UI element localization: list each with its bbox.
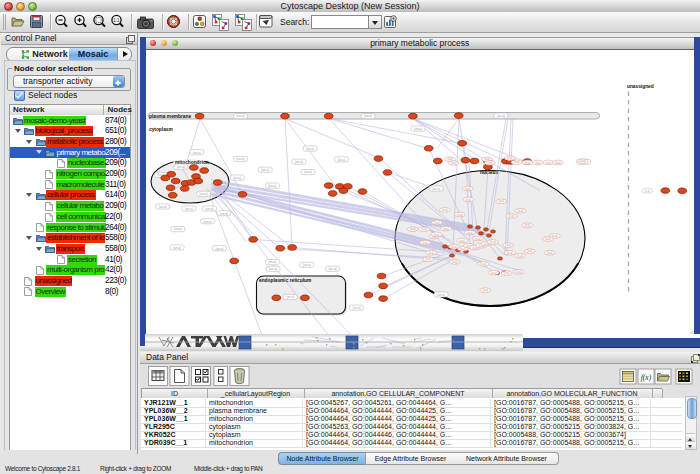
- svg-text:(x-a): (x-a): [467, 230, 472, 234]
- svg-text:(x-a): (x-a): [507, 156, 512, 160]
- svg-text:(x-a): (x-a): [428, 250, 433, 254]
- svg-text:(x-a): (x-a): [555, 160, 560, 164]
- svg-text:(un-a): (un-a): [233, 175, 241, 179]
- svg-text:(x-a): (x-a): [466, 197, 471, 201]
- svg-text:(x-a): (x-a): [547, 250, 552, 254]
- svg-text:(un-a): (un-a): [236, 157, 244, 161]
- svg-text:(un-a): (un-a): [173, 245, 181, 249]
- svg-text:(un-a): (un-a): [236, 114, 244, 118]
- svg-text:(x-a): (x-a): [552, 234, 557, 238]
- svg-text:mitochondrion: mitochondrion: [175, 159, 209, 164]
- svg-text:(x-a): (x-a): [525, 160, 530, 164]
- svg-text:(un-a): (un-a): [329, 267, 337, 271]
- svg-text:(x-a): (x-a): [465, 186, 470, 190]
- svg-text:(un-a): (un-a): [199, 192, 207, 196]
- svg-text:(un-a): (un-a): [295, 160, 303, 164]
- svg-text:(un-a): (un-a): [286, 295, 294, 299]
- svg-text:(x-a): (x-a): [442, 208, 447, 212]
- svg-text:plasma membrane: plasma membrane: [149, 113, 191, 118]
- svg-text:(x-a): (x-a): [434, 232, 439, 236]
- svg-text:(un-a): (un-a): [261, 168, 269, 172]
- svg-text:(x-a): (x-a): [452, 260, 457, 264]
- svg-text:(x-a): (x-a): [517, 253, 522, 257]
- svg-text:(un-a): (un-a): [159, 204, 167, 208]
- svg-text:(x-a): (x-a): [580, 159, 585, 163]
- svg-text:(un-a): (un-a): [205, 206, 213, 210]
- svg-text:nucleus: nucleus: [480, 170, 498, 175]
- svg-text:(x-a): (x-a): [434, 220, 439, 224]
- svg-text:(un-a): (un-a): [193, 150, 201, 154]
- svg-text:(x-a): (x-a): [516, 269, 521, 273]
- svg-text:(x-a): (x-a): [443, 226, 448, 230]
- svg-text:(x-a): (x-a): [518, 208, 523, 212]
- svg-text:(x-a): (x-a): [487, 160, 492, 164]
- svg-text:(x-a): (x-a): [546, 160, 551, 164]
- svg-text:(x-a): (x-a): [499, 199, 504, 203]
- svg-text:(x-a): (x-a): [509, 214, 514, 218]
- svg-text:(x-a): (x-a): [451, 244, 456, 248]
- svg-text:(un-a): (un-a): [174, 227, 182, 231]
- svg-text:(x-a): (x-a): [483, 288, 488, 292]
- svg-text:(x-a): (x-a): [507, 250, 512, 254]
- svg-text:(x-a): (x-a): [504, 271, 509, 275]
- svg-text:(un-a): (un-a): [204, 219, 212, 223]
- svg-text:(un-a): (un-a): [268, 183, 276, 187]
- svg-text:(x-a): (x-a): [421, 227, 426, 231]
- svg-text:(x-a): (x-a): [459, 238, 464, 242]
- svg-text:(x-a): (x-a): [527, 249, 532, 253]
- svg-text:(un-a): (un-a): [220, 211, 228, 215]
- svg-text:(x-a): (x-a): [425, 257, 430, 261]
- svg-text:(un-a): (un-a): [437, 292, 445, 296]
- svg-text:(x-a): (x-a): [480, 262, 485, 266]
- svg-text:(un-a): (un-a): [337, 157, 345, 161]
- svg-text:(un-a): (un-a): [177, 165, 185, 169]
- svg-text:(x-a): (x-a): [506, 243, 511, 247]
- svg-text:(un-a): (un-a): [268, 260, 276, 264]
- svg-text:(x-a): (x-a): [457, 212, 462, 216]
- svg-text:(x-a): (x-a): [422, 240, 427, 244]
- svg-text:(x-a): (x-a): [645, 188, 650, 192]
- svg-text:(un-a): (un-a): [185, 206, 193, 210]
- svg-text:1:1: 1:1: [113, 18, 120, 23]
- svg-text:(un-a): (un-a): [304, 170, 312, 174]
- svg-text:(x-a): (x-a): [535, 160, 540, 164]
- svg-text:(x-a): (x-a): [491, 270, 496, 274]
- svg-text:f(x): f(x): [641, 373, 652, 382]
- svg-text:(x-a): (x-a): [490, 240, 495, 244]
- svg-text:(x-a): (x-a): [410, 227, 415, 231]
- svg-text:(un-a): (un-a): [306, 146, 314, 150]
- svg-text:(x-a): (x-a): [525, 223, 530, 227]
- svg-text:(un-a): (un-a): [303, 263, 311, 267]
- svg-text:(un-a): (un-a): [432, 186, 440, 190]
- svg-text:(x-a): (x-a): [475, 236, 480, 240]
- svg-text:cytoplasm: cytoplasm: [149, 126, 173, 131]
- svg-text:(un-a): (un-a): [269, 267, 277, 271]
- svg-text:(un-a): (un-a): [352, 306, 360, 310]
- svg-text:(x-a): (x-a): [545, 237, 550, 241]
- svg-text:unassigned: unassigned: [627, 83, 654, 88]
- svg-text:(un-a): (un-a): [364, 114, 372, 118]
- svg-text:(un-a): (un-a): [497, 113, 505, 117]
- svg-text:(x-a): (x-a): [451, 161, 456, 165]
- svg-text:(x-a): (x-a): [514, 160, 519, 164]
- svg-text:(un-a): (un-a): [414, 126, 422, 130]
- svg-text:(un-a): (un-a): [215, 246, 223, 250]
